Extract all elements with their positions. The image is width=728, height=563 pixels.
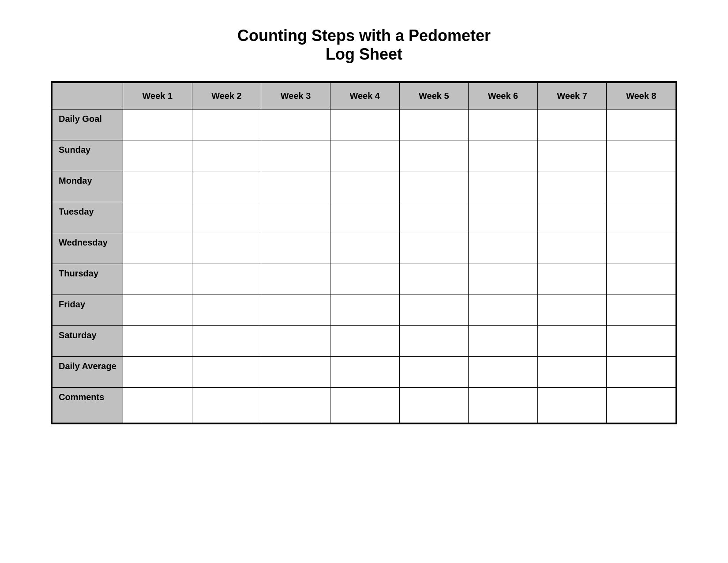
comments-week5[interactable] bbox=[399, 388, 469, 423]
daily-average-week4[interactable] bbox=[330, 357, 399, 388]
wednesday-week8[interactable] bbox=[607, 233, 676, 264]
saturday-week3[interactable] bbox=[261, 326, 330, 357]
comments-week8[interactable] bbox=[607, 388, 676, 423]
tuesday-week4[interactable] bbox=[330, 202, 399, 233]
wednesday-week1[interactable] bbox=[123, 233, 192, 264]
thursday-label: Thursday bbox=[53, 264, 123, 295]
tuesday-week7[interactable] bbox=[537, 202, 607, 233]
tuesday-week8[interactable] bbox=[607, 202, 676, 233]
sunday-week7[interactable] bbox=[537, 140, 607, 171]
monday-week6[interactable] bbox=[469, 171, 538, 202]
tuesday-row: Tuesday bbox=[53, 202, 676, 233]
header-week1: Week 1 bbox=[123, 83, 192, 110]
daily-average-label: Daily Average bbox=[53, 357, 123, 388]
wednesday-week3[interactable] bbox=[261, 233, 330, 264]
comments-week6[interactable] bbox=[469, 388, 538, 423]
friday-week4[interactable] bbox=[330, 295, 399, 326]
daily-average-week3[interactable] bbox=[261, 357, 330, 388]
daily-goal-week1[interactable] bbox=[123, 110, 192, 140]
thursday-week1[interactable] bbox=[123, 264, 192, 295]
daily-goal-week7[interactable] bbox=[537, 110, 607, 140]
log-table: Week 1 Week 2 Week 3 Week 4 Week 5 Week … bbox=[52, 83, 676, 423]
header-week3: Week 3 bbox=[261, 83, 330, 110]
sunday-week3[interactable] bbox=[261, 140, 330, 171]
sunday-week5[interactable] bbox=[399, 140, 469, 171]
friday-week5[interactable] bbox=[399, 295, 469, 326]
monday-week3[interactable] bbox=[261, 171, 330, 202]
daily-average-week5[interactable] bbox=[399, 357, 469, 388]
comments-week3[interactable] bbox=[261, 388, 330, 423]
wednesday-week5[interactable] bbox=[399, 233, 469, 264]
daily-goal-week4[interactable] bbox=[330, 110, 399, 140]
monday-week5[interactable] bbox=[399, 171, 469, 202]
thursday-week6[interactable] bbox=[469, 264, 538, 295]
friday-week7[interactable] bbox=[537, 295, 607, 326]
thursday-week8[interactable] bbox=[607, 264, 676, 295]
saturday-week4[interactable] bbox=[330, 326, 399, 357]
page-title: Counting Steps with a Pedometer Log Shee… bbox=[237, 26, 491, 64]
daily-goal-week8[interactable] bbox=[607, 110, 676, 140]
daily-goal-label: Daily Goal bbox=[53, 110, 123, 140]
tuesday-week1[interactable] bbox=[123, 202, 192, 233]
daily-average-week1[interactable] bbox=[123, 357, 192, 388]
saturday-week2[interactable] bbox=[192, 326, 261, 357]
header-week6: Week 6 bbox=[469, 83, 538, 110]
daily-goal-week5[interactable] bbox=[399, 110, 469, 140]
sunday-row: Sunday bbox=[53, 140, 676, 171]
monday-week1[interactable] bbox=[123, 171, 192, 202]
monday-label: Monday bbox=[53, 171, 123, 202]
daily-goal-week3[interactable] bbox=[261, 110, 330, 140]
header-row: Week 1 Week 2 Week 3 Week 4 Week 5 Week … bbox=[53, 83, 676, 110]
daily-average-week8[interactable] bbox=[607, 357, 676, 388]
friday-week8[interactable] bbox=[607, 295, 676, 326]
daily-goal-week6[interactable] bbox=[469, 110, 538, 140]
sunday-week6[interactable] bbox=[469, 140, 538, 171]
sunday-week1[interactable] bbox=[123, 140, 192, 171]
header-empty bbox=[53, 83, 123, 110]
wednesday-week4[interactable] bbox=[330, 233, 399, 264]
thursday-week4[interactable] bbox=[330, 264, 399, 295]
monday-week7[interactable] bbox=[537, 171, 607, 202]
comments-label: Comments bbox=[53, 388, 123, 423]
tuesday-week6[interactable] bbox=[469, 202, 538, 233]
tuesday-week5[interactable] bbox=[399, 202, 469, 233]
comments-week7[interactable] bbox=[537, 388, 607, 423]
sunday-week2[interactable] bbox=[192, 140, 261, 171]
monday-week4[interactable] bbox=[330, 171, 399, 202]
saturday-week1[interactable] bbox=[123, 326, 192, 357]
tuesday-label: Tuesday bbox=[53, 202, 123, 233]
saturday-week6[interactable] bbox=[469, 326, 538, 357]
monday-week8[interactable] bbox=[607, 171, 676, 202]
friday-week2[interactable] bbox=[192, 295, 261, 326]
wednesday-week2[interactable] bbox=[192, 233, 261, 264]
saturday-week5[interactable] bbox=[399, 326, 469, 357]
saturday-week7[interactable] bbox=[537, 326, 607, 357]
friday-week1[interactable] bbox=[123, 295, 192, 326]
tuesday-week2[interactable] bbox=[192, 202, 261, 233]
thursday-week5[interactable] bbox=[399, 264, 469, 295]
sunday-label: Sunday bbox=[53, 140, 123, 171]
wednesday-week6[interactable] bbox=[469, 233, 538, 264]
thursday-week2[interactable] bbox=[192, 264, 261, 295]
header-week4: Week 4 bbox=[330, 83, 399, 110]
saturday-week8[interactable] bbox=[607, 326, 676, 357]
saturday-label: Saturday bbox=[53, 326, 123, 357]
daily-average-week6[interactable] bbox=[469, 357, 538, 388]
comments-week1[interactable] bbox=[123, 388, 192, 423]
wednesday-week7[interactable] bbox=[537, 233, 607, 264]
comments-week4[interactable] bbox=[330, 388, 399, 423]
thursday-week3[interactable] bbox=[261, 264, 330, 295]
friday-week3[interactable] bbox=[261, 295, 330, 326]
daily-average-week2[interactable] bbox=[192, 357, 261, 388]
header-week2: Week 2 bbox=[192, 83, 261, 110]
friday-label: Friday bbox=[53, 295, 123, 326]
tuesday-week3[interactable] bbox=[261, 202, 330, 233]
sunday-week8[interactable] bbox=[607, 140, 676, 171]
sunday-week4[interactable] bbox=[330, 140, 399, 171]
monday-week2[interactable] bbox=[192, 171, 261, 202]
daily-average-week7[interactable] bbox=[537, 357, 607, 388]
friday-week6[interactable] bbox=[469, 295, 538, 326]
comments-week2[interactable] bbox=[192, 388, 261, 423]
thursday-week7[interactable] bbox=[537, 264, 607, 295]
daily-goal-week2[interactable] bbox=[192, 110, 261, 140]
